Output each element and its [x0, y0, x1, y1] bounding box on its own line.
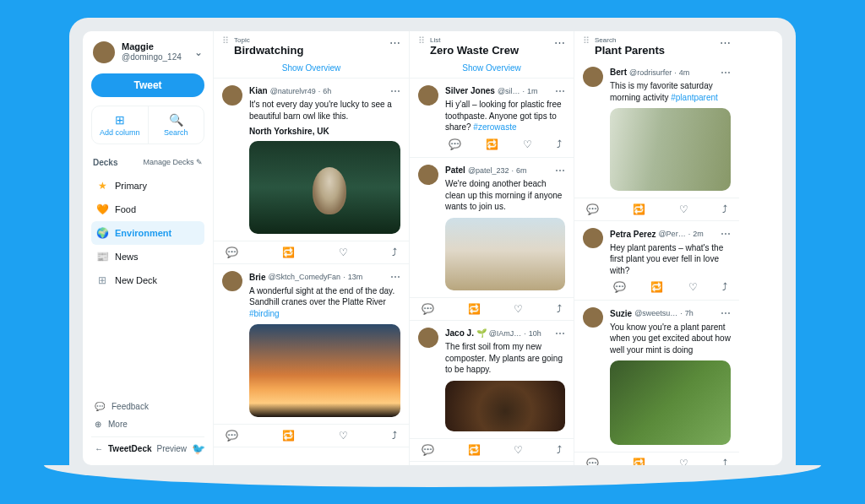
like-icon[interactable]: ♡ — [688, 281, 698, 293]
tweet-author-name: Brie — [249, 273, 265, 283]
arrow-left-icon[interactable]: ← — [95, 444, 103, 453]
deck-label: New Deck — [115, 275, 157, 285]
tweet[interactable]: Patel @patel_232 · 6m ⋯ We're doing anot… — [410, 158, 574, 298]
deck-item[interactable]: 📰News — [91, 245, 204, 268]
share-icon[interactable]: ⤴ — [722, 458, 727, 464]
share-icon[interactable]: ⤴ — [557, 444, 562, 456]
retweet-icon[interactable]: 🔁 — [486, 138, 498, 150]
tweet-more-icon[interactable]: ⋯ — [390, 271, 400, 283]
deck-item[interactable]: 🧡Food — [91, 198, 204, 221]
tweet[interactable]: Brie @Sktch_ComedyFan · 13m ⋯ A wonderfu… — [214, 264, 409, 425]
grip-icon[interactable]: ⠿ — [583, 36, 590, 46]
tweet-more-icon[interactable]: ⋯ — [555, 165, 565, 176]
reply-icon[interactable]: 💬 — [422, 303, 434, 315]
tweet-media[interactable] — [610, 360, 731, 445]
tweet-media[interactable] — [249, 141, 400, 234]
hashtag[interactable]: #plantparent — [671, 93, 718, 102]
reply-icon[interactable]: 💬 — [226, 430, 238, 442]
tweet-author-handle: @sil… — [498, 87, 520, 96]
more-label: More — [108, 420, 128, 429]
hashtag[interactable]: #zerowaste — [473, 122, 516, 132]
retweet-icon[interactable]: 🔁 — [282, 430, 295, 442]
share-icon[interactable]: ⤴ — [557, 138, 562, 150]
more-link[interactable]: ⊕ More — [91, 415, 204, 433]
search-button[interactable]: 🔍 Search — [149, 106, 204, 144]
like-icon[interactable]: ♡ — [339, 247, 348, 258]
retweet-icon[interactable]: 🔁 — [650, 281, 663, 293]
reply-icon[interactable]: 💬 — [613, 281, 626, 293]
column-menu-icon[interactable]: ⋯ — [554, 36, 565, 49]
tweet[interactable]: Jaco J. 🌱 @IAmJ… · 10h ⋯ The first soil … — [410, 321, 574, 439]
reply-icon[interactable]: 💬 — [422, 444, 434, 456]
share-icon[interactable]: ⤴ — [722, 281, 727, 293]
tweet-author-name: Suzie — [610, 309, 632, 319]
app-window: Maggie @domingo_124 ⌄ Tweet ⊞ Add column… — [83, 31, 782, 465]
tweet-button[interactable]: Tweet — [91, 73, 204, 97]
retweet-icon[interactable]: 🔁 — [633, 458, 645, 464]
share-icon[interactable]: ⤴ — [392, 247, 397, 258]
reply-icon[interactable]: 💬 — [449, 138, 461, 150]
tweet-more-icon[interactable]: ⋯ — [721, 228, 731, 240]
tweet-author-name: Jaco J. 🌱 — [445, 328, 487, 339]
tweet-media[interactable] — [445, 381, 565, 431]
hashtag[interactable]: #birding — [249, 309, 280, 318]
tweet[interactable]: Silver Jones @sil… · 1m ⋯ Hi y'all – loo… — [410, 79, 574, 158]
like-icon[interactable]: ♡ — [514, 303, 523, 315]
tweet[interactable]: Suzie @sweetsu… · 7h ⋯ You know you're a… — [574, 301, 739, 453]
avatar — [418, 165, 438, 185]
tweet-text: The first soil from my new composter. My… — [445, 341, 565, 376]
share-icon[interactable]: ⤴ — [392, 430, 397, 442]
tweet-actions: 💬 🔁 ♡ ⤴ — [214, 425, 409, 447]
tweet-more-icon[interactable]: ⋯ — [555, 85, 565, 97]
tweet-more-icon[interactable]: ⋯ — [721, 67, 731, 79]
chevron-down-icon: ⌄ — [194, 46, 203, 58]
laptop-mockup: Maggie @domingo_124 ⌄ Tweet ⊞ Add column… — [69, 18, 796, 487]
tweet-more-icon[interactable]: ⋯ — [390, 85, 400, 97]
laptop-screen-bezel: Maggie @domingo_124 ⌄ Tweet ⊞ Add column… — [69, 18, 796, 465]
column-kind: Topic — [234, 36, 384, 44]
retweet-icon[interactable]: 🔁 — [633, 203, 645, 215]
tweet-text: Hey plant parents – what's the first pla… — [610, 242, 731, 277]
show-overview-link[interactable]: Show Overview — [410, 60, 574, 79]
show-overview-link[interactable]: Show Overview — [214, 60, 409, 79]
grip-icon[interactable]: ⠿ — [222, 36, 229, 46]
retweet-icon[interactable]: 🔁 — [468, 303, 481, 315]
like-icon[interactable]: ♡ — [523, 138, 532, 150]
column: ⠿ Search Plant Parents ⋯ Bert @rodrisurf… — [574, 31, 739, 465]
tweet[interactable]: Kian @naturelvr49 · 6h ⋯ It's not every … — [214, 79, 409, 241]
reply-icon[interactable]: 💬 — [226, 247, 238, 258]
feedback-link[interactable]: 💬 Feedback — [91, 398, 204, 415]
tweet-media[interactable] — [610, 108, 731, 191]
like-icon[interactable]: ♡ — [679, 203, 688, 215]
tweet-media[interactable] — [445, 218, 565, 290]
retweet-icon[interactable]: 🔁 — [468, 444, 481, 456]
manage-decks-link[interactable]: Manage Decks ✎ — [143, 158, 203, 166]
reply-icon[interactable]: 💬 — [586, 203, 599, 215]
columns-container: ⠿ Topic Birdwatching ⋯ Show Overview Kia… — [214, 31, 782, 465]
share-icon[interactable]: ⤴ — [557, 303, 562, 315]
column-header: ⠿ Search Plant Parents ⋯ — [574, 31, 739, 61]
tweet-more-icon[interactable]: ⋯ — [721, 307, 731, 319]
share-icon[interactable]: ⤴ — [722, 203, 727, 215]
add-column-label: Add column — [100, 128, 140, 137]
like-icon[interactable]: ♡ — [514, 444, 523, 456]
like-icon[interactable]: ♡ — [339, 430, 348, 442]
deck-item[interactable]: 🌍Environment — [91, 221, 204, 245]
tweet-time: 7h — [685, 309, 694, 318]
like-icon[interactable]: ♡ — [679, 458, 688, 464]
column-header: ⠿ List Zero Waste Crew ⋯ — [410, 31, 574, 61]
tweet[interactable]: Bert @rodrisurfer · 4m ⋯ This is my favo… — [574, 60, 739, 198]
tweet-more-icon[interactable]: ⋯ — [555, 328, 565, 339]
tweet[interactable]: Petra Perez @Per… · 2m ⋯ Hey plant paren… — [574, 221, 739, 301]
retweet-icon[interactable]: 🔁 — [282, 247, 295, 258]
column-menu-icon[interactable]: ⋯ — [389, 36, 400, 49]
account-switcher[interactable]: Maggie @domingo_124 ⌄ — [91, 40, 204, 70]
deck-item[interactable]: ⊞New Deck — [91, 268, 204, 292]
tweet-media[interactable] — [249, 324, 400, 417]
column-menu-icon[interactable]: ⋯ — [720, 36, 731, 49]
grip-icon[interactable]: ⠿ — [418, 36, 425, 46]
add-column-button[interactable]: ⊞ Add column — [92, 106, 149, 144]
deck-item[interactable]: ★Primary — [91, 174, 204, 198]
reply-icon[interactable]: 💬 — [586, 458, 599, 464]
tweet-time: 6h — [323, 87, 331, 96]
